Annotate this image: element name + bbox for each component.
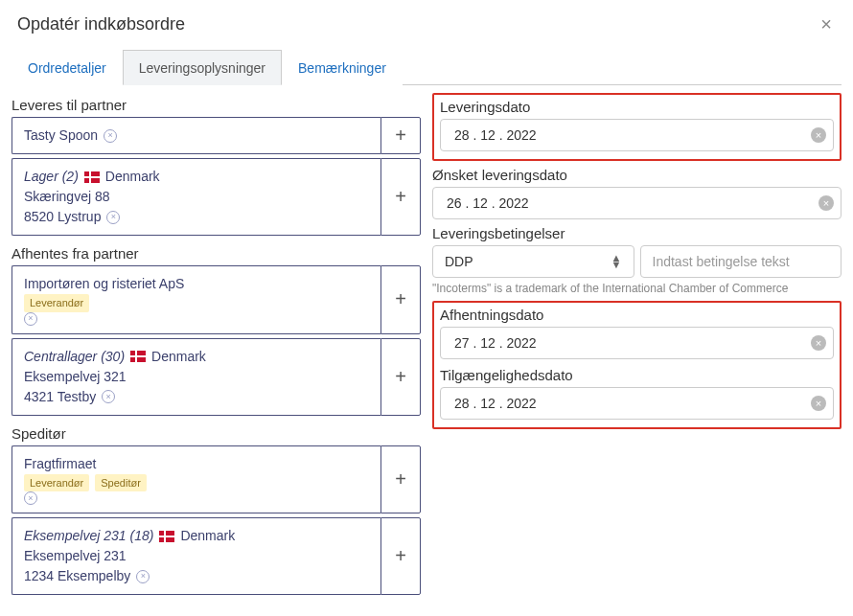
clear-input-icon[interactable]: × (811, 396, 826, 411)
add-deliver-partner-button[interactable]: + (380, 117, 421, 154)
close-icon[interactable]: × (817, 13, 836, 35)
deliver-to-partner-name: Tasty Spoon (24, 125, 98, 146)
forwarder-address-card: Eksempelvej 231 (18) Denmark Eksempelvej… (12, 517, 380, 595)
clear-icon[interactable]: × (106, 211, 120, 224)
address-country: Denmark (180, 526, 235, 546)
clear-input-icon[interactable]: × (818, 195, 834, 211)
clear-icon[interactable]: × (24, 491, 37, 505)
tab-remarks[interactable]: Bemærkninger (282, 50, 403, 85)
address-city: 8520 Lystrup (24, 207, 101, 227)
supplier-chip: Leverandør (24, 474, 89, 492)
flag-denmark-icon (159, 531, 174, 542)
clear-icon[interactable]: × (104, 129, 117, 143)
pickup-date-label: Afhentningsdato (440, 307, 834, 323)
forwarder-label: Speditør (12, 425, 421, 442)
conditions-value: DDP (445, 254, 473, 269)
address-street: Eksempelvej 321 (24, 367, 127, 387)
address-country: Denmark (105, 167, 160, 187)
conditions-select[interactable]: DDP ▲▼ (432, 245, 634, 278)
pickup-availability-block: Afhentningsdato × Tilgængelighedsdato × (432, 301, 841, 429)
delivery-date-block: Leveringsdato × (432, 93, 841, 161)
conditions-hint: "Incoterms" is a trademark of the Intern… (432, 282, 841, 295)
address-name: Centrallager (30) (24, 347, 125, 367)
supplier-chip: Leverandør (24, 294, 89, 312)
requested-date-label: Ønsket leveringsdato (432, 167, 841, 183)
deliver-to-partner-card: Tasty Spoon × (12, 117, 380, 154)
clear-icon[interactable]: × (102, 390, 115, 403)
select-arrows-icon: ▲▼ (611, 255, 622, 267)
flag-denmark-icon (130, 351, 146, 362)
add-deliver-address-button[interactable]: + (380, 158, 421, 236)
clear-icon[interactable]: × (136, 570, 150, 583)
requested-date-input[interactable] (432, 187, 841, 219)
address-country: Denmark (151, 347, 206, 367)
tabs: Ordredetaljer Leveringsoplysninger Bemær… (12, 49, 841, 85)
availability-date-input[interactable] (440, 387, 834, 420)
delivery-date-label: Leveringsdato (440, 99, 834, 115)
conditions-block: Leveringsbetingelser DDP ▲▼ "Incoterms" … (432, 225, 841, 295)
address-name: Eksempelvej 231 (18) (24, 526, 153, 546)
pickup-partner-card: Importøren og risteriet ApS Leverandør × (12, 265, 380, 334)
pickup-date-input[interactable] (440, 327, 834, 359)
clear-input-icon[interactable]: × (811, 335, 826, 351)
forwarder-chip: Speditør (95, 474, 147, 492)
delivery-date-input[interactable] (440, 119, 834, 151)
tab-order-details[interactable]: Ordredetaljer (12, 50, 123, 85)
requested-date-block: Ønsket leveringsdato × (432, 167, 841, 219)
pickup-partner-name: Importøren og risteriet ApS (24, 274, 184, 294)
forwarder-partner-name: Fragtfirmaet (24, 454, 96, 474)
deliver-to-label: Leveres til partner (12, 97, 421, 113)
clear-input-icon[interactable]: × (811, 127, 826, 143)
address-name: Lager (2) (24, 167, 79, 187)
add-forwarder-partner-button[interactable]: + (380, 445, 421, 514)
address-city: 4321 Testby (24, 387, 96, 407)
conditions-label: Leveringsbetingelser (432, 225, 841, 241)
flag-denmark-icon (84, 171, 100, 183)
availability-date-label: Tilgængelighedsdato (440, 367, 834, 383)
address-city: 1234 Eksempelby (24, 566, 130, 586)
add-pickup-address-button[interactable]: + (380, 338, 421, 416)
add-forwarder-address-button[interactable]: + (380, 517, 421, 595)
deliver-to-address-card: Lager (2) Denmark Skæringvej 88 8520 Lys… (12, 158, 380, 236)
add-pickup-partner-button[interactable]: + (380, 265, 421, 334)
modal-title: Opdatér indkøbsordre (17, 14, 185, 34)
conditions-text-input[interactable] (640, 245, 842, 278)
pickup-address-card: Centrallager (30) Denmark Eksempelvej 32… (12, 338, 380, 416)
clear-icon[interactable]: × (24, 312, 37, 326)
tab-delivery-info[interactable]: Leveringsoplysninger (123, 50, 282, 85)
pickup-from-label: Afhentes fra partner (12, 245, 421, 262)
address-street: Eksempelvej 231 (24, 546, 127, 566)
forwarder-partner-card: Fragtfirmaet Leverandør Speditør × (12, 445, 380, 514)
address-street: Skæringvej 88 (24, 187, 110, 207)
